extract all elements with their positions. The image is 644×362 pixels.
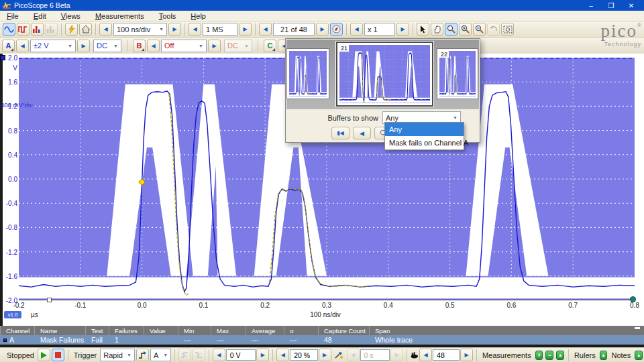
menu-measurements[interactable]: Measurements bbox=[95, 12, 144, 20]
stop-button[interactable] bbox=[52, 349, 64, 361]
scope-view-button[interactable] bbox=[3, 23, 15, 36]
channel-a-button[interactable]: A bbox=[2, 40, 15, 52]
trigger-mode-select[interactable]: Rapid▼ bbox=[100, 349, 135, 361]
trigger-level-input[interactable]: 0 V bbox=[226, 349, 256, 361]
zoom-factor-box[interactable]: x 1 bbox=[364, 23, 395, 36]
chevron-down-icon: ▼ bbox=[64, 44, 72, 48]
menu-file[interactable]: File bbox=[7, 12, 19, 20]
notes-button[interactable]: ▲ bbox=[635, 351, 643, 360]
menu-tools[interactable]: Tools bbox=[159, 12, 176, 20]
window-title: PicoScope 6 Beta bbox=[14, 1, 70, 9]
start-button[interactable] bbox=[38, 349, 50, 361]
pre-trigger-up[interactable]: ▶ bbox=[319, 349, 331, 361]
dropdown-option-any[interactable]: Any bbox=[385, 123, 464, 136]
close-button[interactable]: ✕ bbox=[621, 0, 641, 11]
home-button[interactable] bbox=[79, 23, 92, 36]
trigger-setup-button[interactable] bbox=[136, 349, 149, 361]
channel-b-coupling-select[interactable]: DC▼ bbox=[224, 40, 252, 52]
trigger-marker-button[interactable] bbox=[333, 349, 345, 361]
zoom-out-tool-button[interactable] bbox=[473, 23, 486, 36]
buffers-to-show-label: Buffers to show bbox=[286, 114, 382, 122]
undo-zoom-button[interactable] bbox=[487, 23, 500, 36]
channel-a-range-next[interactable]: ▶ bbox=[77, 40, 90, 52]
delay-up[interactable]: ▶ bbox=[390, 349, 403, 361]
persistence-view-button[interactable] bbox=[17, 23, 30, 36]
buffer-next-button[interactable]: ▶ bbox=[316, 23, 329, 36]
rising-edge-button[interactable] bbox=[178, 349, 191, 361]
cell-span: Whole trace bbox=[369, 335, 644, 345]
falling-edge-button[interactable] bbox=[193, 349, 205, 361]
y-tick-label: 1.2 bbox=[0, 103, 17, 110]
samples-increase-button[interactable]: ▶ bbox=[239, 23, 252, 36]
buffer-overview-button[interactable] bbox=[330, 23, 343, 36]
menu-help[interactable]: Help bbox=[191, 12, 206, 20]
cell-min: --- bbox=[178, 335, 211, 345]
cell-channel: A bbox=[0, 335, 34, 345]
channel-b-range-next[interactable]: ▶ bbox=[208, 40, 221, 52]
buffer-end-marker[interactable] bbox=[630, 296, 636, 302]
channel-a-range-prev[interactable]: ◀ bbox=[16, 40, 29, 52]
home-icon bbox=[81, 25, 91, 34]
col-span: Span bbox=[369, 326, 644, 335]
chevron-down-icon: ▼ bbox=[449, 115, 458, 120]
x-tick-label: 0.6 bbox=[498, 302, 525, 309]
col-channel: Channel bbox=[0, 326, 34, 335]
restore-button[interactable]: ❐ bbox=[601, 0, 621, 11]
rapid-count-down[interactable]: ◀ bbox=[419, 349, 432, 361]
buffer-position-box[interactable]: 21 of 48 bbox=[273, 23, 315, 36]
zoom-in-tool-button[interactable] bbox=[459, 23, 472, 36]
measurements-label: Measurements bbox=[482, 351, 531, 359]
spectrum-view-button[interactable] bbox=[31, 23, 44, 36]
buffer-thumbnail-prev[interactable] bbox=[286, 48, 329, 99]
zoom-select-tool-button[interactable] bbox=[445, 23, 458, 36]
timebase-select[interactable]: 100 ns/div▼ bbox=[113, 23, 167, 36]
prev-buffer-button[interactable]: ◀ bbox=[353, 127, 371, 139]
x-multiplier-badge[interactable]: x1.0 bbox=[4, 311, 21, 318]
menu-bar: File Edit Views Measurements Tools Help bbox=[0, 11, 644, 21]
hand-tool-button[interactable] bbox=[431, 23, 443, 36]
samples-decrease-button[interactable]: ◀ bbox=[189, 23, 201, 36]
edit-measurement-button[interactable]: ▲ bbox=[556, 351, 564, 360]
channel-a-range-select[interactable]: ±2 V▼ bbox=[30, 40, 76, 52]
delay-down[interactable]: ◀ bbox=[347, 349, 360, 361]
trigger-level-up[interactable]: ▶ bbox=[256, 349, 269, 361]
trigger-level-down[interactable]: ◀ bbox=[213, 349, 225, 361]
remove-measurement-button[interactable]: − bbox=[545, 351, 553, 360]
xy-view-button[interactable] bbox=[45, 23, 58, 36]
channel-b-range-prev[interactable]: ◀ bbox=[147, 40, 160, 52]
menu-edit[interactable]: Edit bbox=[34, 12, 46, 20]
trigger-channel-select[interactable]: A▼ bbox=[150, 349, 171, 361]
buffer-prev-button[interactable]: ◀ bbox=[259, 23, 272, 36]
rapid-count-input[interactable]: 48 bbox=[433, 349, 460, 361]
pre-trigger-input[interactable]: 20 % bbox=[290, 349, 317, 361]
timebase-prev-button[interactable]: ◀ bbox=[99, 23, 112, 36]
add-measurement-button[interactable]: + bbox=[535, 351, 543, 360]
y-tick-label: -1.6 bbox=[0, 273, 17, 280]
mask-handle[interactable] bbox=[47, 298, 52, 302]
channel-c-button[interactable]: C bbox=[264, 40, 276, 52]
buffer-thumbnail-21[interactable]: 21 bbox=[336, 42, 433, 107]
samples-input[interactable]: 1 MS bbox=[203, 23, 237, 36]
channel-b-range-select[interactable]: Off▼ bbox=[161, 40, 207, 52]
delay-input[interactable]: 0 s bbox=[360, 349, 390, 361]
chevron-down-icon: ▼ bbox=[109, 44, 118, 48]
pico-technology-logo: pico® Technology bbox=[580, 22, 641, 52]
zoom-increase-button[interactable]: ▶ bbox=[396, 23, 409, 36]
pointer-tool-button[interactable] bbox=[417, 23, 429, 36]
minimize-button[interactable]: – bbox=[581, 0, 601, 11]
pre-trigger-down[interactable]: ◀ bbox=[276, 349, 289, 361]
zoom-overview-button[interactable] bbox=[501, 23, 514, 36]
auto-setup-button[interactable] bbox=[65, 23, 78, 36]
first-buffer-button[interactable]: ▮◀ bbox=[331, 127, 350, 139]
channel-b-button[interactable]: B bbox=[133, 40, 146, 52]
rapid-count-up[interactable]: ▶ bbox=[460, 349, 473, 361]
dropdown-option-mask-fails[interactable]: Mask fails on Channel A bbox=[385, 136, 464, 149]
buffer-thumbnail-22[interactable]: 22 bbox=[437, 48, 478, 99]
rulers-button[interactable]: ▲ bbox=[600, 351, 608, 360]
channel-a-coupling-select[interactable]: DC▼ bbox=[93, 40, 121, 52]
menu-views[interactable]: Views bbox=[61, 12, 80, 20]
table-minimize-button[interactable] bbox=[635, 327, 640, 329]
timebase-next-button[interactable]: ▶ bbox=[168, 23, 181, 36]
measurement-row[interactable]: A Mask Failures Fail 1 --- --- --- --- 4… bbox=[0, 335, 644, 345]
zoom-decrease-button[interactable]: ◀ bbox=[350, 23, 363, 36]
